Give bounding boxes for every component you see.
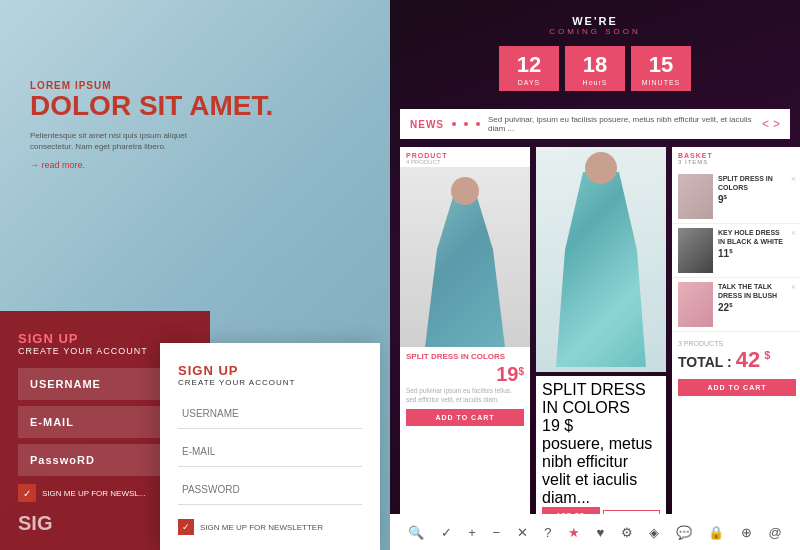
- news-next-icon[interactable]: >: [773, 117, 780, 131]
- newsletter-checkbox-white[interactable]: ✓: [178, 519, 194, 535]
- subtext: Pellentesque sit amet nisl quis ipsum al…: [30, 130, 210, 152]
- basket-item-remove-1[interactable]: ×: [791, 228, 796, 238]
- product-label: PRODUCT: [406, 152, 524, 159]
- username-input[interactable]: [178, 399, 362, 429]
- signup-white-card: SIGN UP CREATE YOUR ACCOUNT ✓ SIGN ME UP…: [160, 343, 380, 550]
- basket-item-img-0: [678, 174, 713, 219]
- hours-box: 18 HourS: [565, 46, 625, 91]
- products-count: 3 PRODUCTS: [678, 340, 796, 347]
- password-input[interactable]: [178, 475, 362, 505]
- close-icon[interactable]: ✕: [517, 525, 528, 540]
- newsletter-checkbox-dark[interactable]: ✓: [18, 484, 36, 502]
- basket-item-price-2: 22$: [718, 302, 786, 313]
- total-amount: 42: [736, 347, 760, 373]
- signup-white-title: SIGN UP: [178, 363, 362, 378]
- hours-label: HourS: [565, 79, 625, 86]
- minutes-label: MINUTES: [631, 79, 691, 86]
- basket-item-price-0: 9$: [718, 194, 786, 205]
- basket-item-name-2: TALK THE TALK DRESS IN BLUSH: [718, 282, 786, 300]
- product-count: 4 PRODUCT: [406, 159, 524, 165]
- countdown-section: WE'RE COMING SOON 12 DAYS 18 HourS 15 MI…: [390, 0, 800, 101]
- news-label: NEWS: [410, 119, 444, 130]
- product-small-bottom: SPLIT DRESS IN COLORS 19 $ posuere, metu…: [536, 376, 666, 537]
- email-input[interactable]: [178, 437, 362, 467]
- days-box: 12 DAYS: [499, 46, 559, 91]
- add-to-cart-left[interactable]: ADD TO CART: [406, 409, 524, 426]
- total-currency: $: [764, 349, 770, 361]
- countdown-boxes: 12 DAYS 18 HourS 15 MINUTES: [390, 46, 800, 91]
- news-text: Sed pulvinar, ipsum eu facilisis posuere…: [488, 115, 754, 133]
- were-label: WE'RE: [390, 15, 800, 27]
- price-row-bottom: 19 $: [542, 417, 660, 435]
- newsletter-row-white: ✓ SIGN ME UP FOR NEWSLETTER: [178, 519, 362, 535]
- total-row: TOTAL : 42 $: [678, 347, 796, 373]
- product-currency-bottom: $: [564, 417, 573, 434]
- star-icon[interactable]: ★: [568, 525, 580, 540]
- gear-icon[interactable]: ⚙: [621, 525, 633, 540]
- basket-add-to-cart[interactable]: ADD TO CART: [678, 379, 796, 396]
- product-column-middle: SPLIT DRESS IN COLORS 19 $ posuere, metu…: [536, 147, 666, 537]
- basket-total: 3 PRODUCTS TOTAL : 42 $ ADD TO CART: [672, 332, 800, 400]
- right-panel: WE'RE COMING SOON 12 DAYS 18 HourS 15 MI…: [390, 0, 800, 550]
- news-nav[interactable]: < >: [762, 117, 780, 131]
- basket-item-remove-2[interactable]: ×: [791, 282, 796, 292]
- news-dot3: [476, 122, 480, 126]
- product-info-left: SPLIT DRESS IN COLORS 19 $ Sed pulvinar …: [400, 347, 530, 431]
- minutes-box: 15 MINUTES: [631, 46, 691, 91]
- headline: DOLOR SIT AMET.: [30, 91, 273, 122]
- basket-item-2: TALK THE TALK DRESS IN BLUSH 22$ ×: [672, 278, 800, 332]
- product-price-bottom: 19: [542, 417, 560, 434]
- product-name-left: SPLIT DRESS IN COLORS: [406, 352, 524, 362]
- product-image-tall: [536, 147, 666, 372]
- newsletter-label-dark: SIGN ME UP FOR NEWSL...: [42, 489, 145, 498]
- product-image-left: [400, 167, 530, 347]
- minus-icon[interactable]: −: [493, 525, 501, 540]
- products-grid: PRODUCT 4 PRODUCT SPLIT DRESS IN COLORS …: [390, 147, 800, 537]
- read-more-link[interactable]: → read more.: [30, 160, 273, 170]
- add-icon[interactable]: ⊕: [741, 525, 752, 540]
- hero-text: LOREM IPSUM DOLOR SIT AMET. Pellentesque…: [30, 80, 273, 170]
- basket-item-name-1: KEY HOLE DRESS IN BLACK & WHITE: [718, 228, 786, 246]
- coming-soon-label: COMING SOON: [390, 27, 800, 36]
- question-icon[interactable]: ?: [544, 525, 551, 540]
- location-icon[interactable]: ◈: [649, 525, 659, 540]
- product-currency-left: $: [518, 366, 524, 377]
- basket-count: 3 ITEMS: [678, 159, 796, 165]
- basket-item-name-0: SPLIT DRESS IN COLORS: [718, 174, 786, 192]
- basket-item-remove-0[interactable]: ×: [791, 174, 796, 184]
- plus-icon[interactable]: +: [468, 525, 476, 540]
- basket-item-price-1: 11$: [718, 248, 786, 259]
- hours-value: 18: [565, 54, 625, 76]
- price-row-left: 19 $: [406, 364, 524, 384]
- at-icon[interactable]: @: [769, 525, 782, 540]
- basket-item-0: SPLIT DRESS IN COLORS 9$ ×: [672, 170, 800, 224]
- minutes-value: 15: [631, 54, 691, 76]
- basket-item-info-0: SPLIT DRESS IN COLORS 9$: [718, 174, 786, 206]
- newsletter-label-white: SIGN ME UP FOR NEWSLETTER: [200, 523, 323, 532]
- heart-icon[interactable]: ♥: [597, 525, 605, 540]
- search-icon[interactable]: 🔍: [408, 525, 424, 540]
- signup-white-subtitle: CREATE YOUR ACCOUNT: [178, 378, 362, 387]
- dress-figure: [425, 177, 505, 347]
- basket-header: BASKET 3 ITEMS: [672, 147, 800, 170]
- basket-item-1: KEY HOLE DRESS IN BLACK & WHITE 11$ ×: [672, 224, 800, 278]
- news-prev-icon[interactable]: <: [762, 117, 769, 131]
- left-panel: LOREM IPSUM DOLOR SIT AMET. Pellentesque…: [0, 0, 390, 550]
- basket-item-img-2: [678, 282, 713, 327]
- product-price-left: 19: [496, 364, 518, 384]
- basket-item-info-1: KEY HOLE DRESS IN BLACK & WHITE 11$: [718, 228, 786, 260]
- product-desc-bottom: posuere, metus nibh efficitur velit et i…: [542, 435, 660, 507]
- days-label: DAYS: [499, 79, 559, 86]
- product-card-left: PRODUCT 4 PRODUCT SPLIT DRESS IN COLORS …: [400, 147, 530, 537]
- lock-icon[interactable]: 🔒: [708, 525, 724, 540]
- days-value: 12: [499, 54, 559, 76]
- product-tall-top: [536, 147, 666, 372]
- check-icon[interactable]: ✓: [441, 525, 452, 540]
- news-dot2: [464, 122, 468, 126]
- basket-card: BASKET 3 ITEMS SPLIT DRESS IN COLORS 9$ …: [672, 147, 800, 537]
- basket-item-info-2: TALK THE TALK DRESS IN BLUSH 22$: [718, 282, 786, 314]
- bottom-toolbar: 🔍 ✓ + − ✕ ? ★ ♥ ⚙ ◈ 💬 🔒 ⊕ @: [390, 514, 800, 550]
- total-label: TOTAL :: [678, 354, 732, 370]
- chat-icon[interactable]: 💬: [676, 525, 692, 540]
- product-desc-left: Sed pulvinar ipsum eu facilisis tellus. …: [406, 386, 524, 404]
